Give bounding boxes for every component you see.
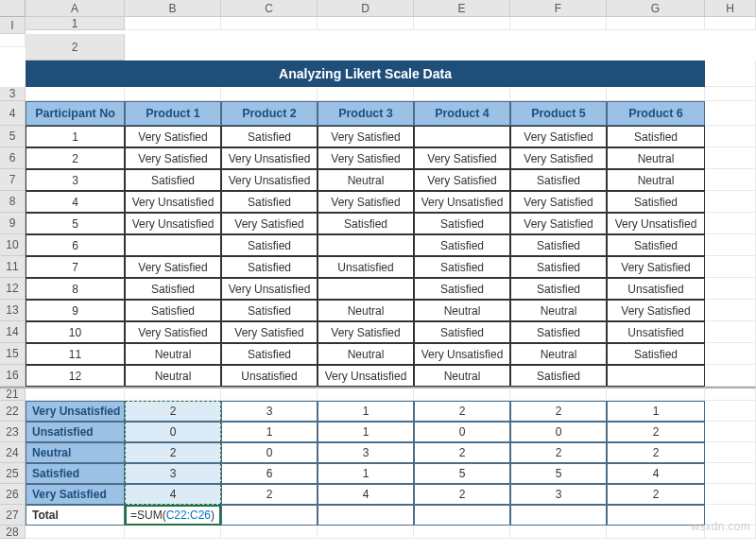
table-cell[interactable] xyxy=(607,365,705,387)
cell[interactable] xyxy=(607,17,705,30)
table-cell[interactable]: 6 xyxy=(26,234,125,256)
table-cell[interactable]: 2 xyxy=(26,147,125,169)
table-cell[interactable]: Very Satisfied xyxy=(607,256,705,278)
table-cell[interactable]: Satisfied xyxy=(510,234,607,256)
cell[interactable] xyxy=(705,401,756,422)
table-cell[interactable]: Satisfied xyxy=(221,191,318,213)
cell[interactable] xyxy=(705,387,756,401)
col-header-F[interactable]: F xyxy=(510,0,607,17)
table-cell[interactable] xyxy=(318,234,414,256)
table-cell[interactable]: Neutral xyxy=(318,300,414,321)
cell[interactable] xyxy=(705,278,756,300)
row-header-9[interactable]: 9 xyxy=(0,213,26,234)
row-header-7[interactable]: 7 xyxy=(0,169,26,191)
cell[interactable] xyxy=(705,87,756,101)
cell[interactable] xyxy=(607,87,705,101)
table-cell[interactable]: Very Unsatisfied xyxy=(221,278,318,300)
summary-cell[interactable]: 6 xyxy=(221,463,318,484)
spreadsheet-grid[interactable]: ABCDEFGHI12Analyzing Likert Scale Data34… xyxy=(0,0,756,539)
cell[interactable] xyxy=(318,526,414,539)
cell[interactable] xyxy=(607,387,705,401)
cell[interactable] xyxy=(705,17,756,30)
summary-cell[interactable]: 2 xyxy=(510,401,607,422)
row-header-26[interactable]: 26 xyxy=(0,484,26,505)
summary-cell[interactable]: 1 xyxy=(221,422,318,442)
row-header-21[interactable]: 21 xyxy=(0,387,26,401)
row-header-22[interactable]: 22 xyxy=(0,401,26,422)
table-cell[interactable]: Very Satisfied xyxy=(318,191,414,213)
row-header-1[interactable]: 1 xyxy=(26,17,125,30)
table-cell[interactable]: Neutral xyxy=(414,365,510,387)
cell[interactable] xyxy=(26,387,125,401)
row-header-3[interactable]: 3 xyxy=(0,87,26,101)
table-cell[interactable]: Satisfied xyxy=(510,278,607,300)
cell[interactable] xyxy=(705,300,756,321)
row-header-24[interactable]: 24 xyxy=(0,442,26,463)
summary-cell[interactable]: 3 xyxy=(125,463,221,484)
row-header-16[interactable]: 16 xyxy=(0,365,26,387)
table-cell[interactable]: 1 xyxy=(26,126,125,147)
select-all-corner[interactable] xyxy=(0,0,26,17)
table-cell[interactable] xyxy=(414,126,510,147)
cell[interactable] xyxy=(318,87,414,101)
summary-cell[interactable]: 2 xyxy=(414,484,510,505)
cell[interactable] xyxy=(510,387,607,401)
table-cell[interactable]: Satisfied xyxy=(414,234,510,256)
table-cell[interactable]: 10 xyxy=(26,321,125,343)
cell[interactable] xyxy=(705,169,756,191)
table-cell[interactable] xyxy=(125,234,221,256)
table-cell[interactable]: 12 xyxy=(26,365,125,387)
table-cell[interactable]: Satisfied xyxy=(607,126,705,147)
table-cell[interactable]: Very Satisfied xyxy=(221,213,318,234)
table-cell[interactable]: Very Satisfied xyxy=(125,321,221,343)
cell[interactable] xyxy=(705,101,756,126)
table-cell[interactable]: Neutral xyxy=(607,147,705,169)
table-cell[interactable]: 8 xyxy=(26,278,125,300)
table-cell[interactable]: Very Unsatisfied xyxy=(318,365,414,387)
cell[interactable] xyxy=(318,387,414,401)
row-header-12[interactable]: 12 xyxy=(0,278,26,300)
table-cell[interactable]: Very Unsatisfied xyxy=(125,191,221,213)
table-cell[interactable]: Very Unsatisfied xyxy=(125,213,221,234)
cell[interactable] xyxy=(705,422,756,442)
summary-cell[interactable]: 5 xyxy=(510,463,607,484)
col-header-B[interactable]: B xyxy=(125,0,221,17)
table-cell[interactable]: Satisfied xyxy=(125,169,221,191)
cell[interactable] xyxy=(705,321,756,343)
table-cell[interactable]: Neutral xyxy=(510,343,607,365)
table-cell[interactable]: Satisfied xyxy=(318,213,414,234)
table-cell[interactable]: Unsatisfied xyxy=(607,278,705,300)
cell[interactable] xyxy=(705,463,756,484)
cell[interactable] xyxy=(510,87,607,101)
table-cell[interactable]: Satisfied xyxy=(221,256,318,278)
table-cell[interactable]: Satisfied xyxy=(510,365,607,387)
row-header-14[interactable]: 14 xyxy=(0,321,26,343)
cell[interactable] xyxy=(705,256,756,278)
table-cell[interactable]: Very Unsatisfied xyxy=(221,147,318,169)
table-cell[interactable]: Satisfied xyxy=(607,343,705,365)
table-cell[interactable]: Satisfied xyxy=(414,256,510,278)
table-cell[interactable]: 5 xyxy=(26,213,125,234)
summary-cell[interactable]: 1 xyxy=(318,422,414,442)
row-header-8[interactable]: 8 xyxy=(0,191,26,213)
table-cell[interactable]: Satisfied xyxy=(510,321,607,343)
table-cell[interactable]: Unsatisfied xyxy=(221,365,318,387)
table-cell[interactable] xyxy=(318,278,414,300)
summary-cell[interactable]: 3 xyxy=(510,484,607,505)
summary-cell[interactable]: 0 xyxy=(414,422,510,442)
table-cell[interactable]: Neutral xyxy=(414,300,510,321)
table-cell[interactable]: Very Satisfied xyxy=(125,256,221,278)
table-cell[interactable]: 7 xyxy=(26,256,125,278)
summary-cell[interactable]: 1 xyxy=(318,401,414,422)
table-cell[interactable]: Very Unsatisfied xyxy=(414,343,510,365)
cell[interactable] xyxy=(705,147,756,169)
cell[interactable] xyxy=(221,387,318,401)
cell[interactable] xyxy=(705,365,756,387)
table-cell[interactable]: Very Satisfied xyxy=(414,169,510,191)
row-header-27[interactable]: 27 xyxy=(0,505,26,526)
cell[interactable] xyxy=(414,87,510,101)
row-header-13[interactable]: 13 xyxy=(0,300,26,321)
summary-cell[interactable]: 1 xyxy=(607,401,705,422)
cell[interactable] xyxy=(705,213,756,234)
cell[interactable] xyxy=(705,191,756,213)
